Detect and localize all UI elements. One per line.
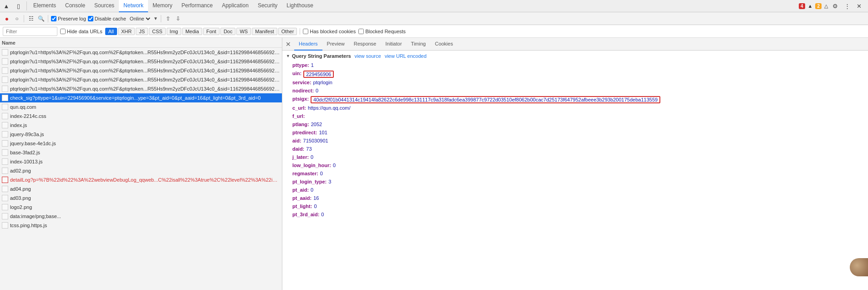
blocked-requests-checkbox[interactable] [358, 29, 364, 34]
filter-ws-button[interactable]: WS [236, 28, 251, 35]
tab-network[interactable]: Network [119, 0, 148, 12]
search-icon[interactable]: 🔍 [37, 15, 45, 23]
tab-console[interactable]: Console [61, 0, 90, 12]
filter-doc-button[interactable]: Doc [220, 28, 236, 35]
filter-other-button[interactable]: Other [278, 28, 297, 35]
network-list-panel: Name ptqrlogin?u1=https%3A%2F%2Fqun.qq.c… [0, 38, 282, 290]
filter-icon[interactable]: ☷ [27, 15, 35, 23]
hide-data-urls-checkbox[interactable] [60, 29, 66, 34]
tab-performance[interactable]: Performance [177, 0, 217, 12]
filter-js-button[interactable]: JS [136, 28, 148, 35]
right-content[interactable]: ▼ Query String Parameters view source vi… [282, 51, 868, 290]
settings-icon[interactable]: ⚙ [831, 1, 840, 10]
list-item[interactable]: jquery-89c3a.js [0, 130, 282, 139]
list-item-text: index-2214c.css [10, 113, 280, 119]
list-item[interactable]: ptqrlogin?u1=https%3A%2F%2Fqun.qq.com%2F… [0, 84, 282, 93]
list-item-text: tcss.ping.https.js [10, 223, 280, 228]
throttle-select[interactable]: Online [128, 15, 152, 22]
list-item[interactable]: logo2.png [0, 203, 282, 212]
close-devtools-icon[interactable]: ✕ [854, 1, 863, 10]
import-icon[interactable]: ⇧ [164, 15, 172, 23]
filter-css-button[interactable]: CSS [149, 28, 166, 35]
has-blocked-cookies-label[interactable]: Has blocked cookies [303, 29, 356, 34]
param-row: low_login_hour:0 [286, 162, 864, 170]
list-item[interactable]: ptqrlogin?u1=https%3A%2F%2Fqun.qq.com%2F… [0, 57, 282, 66]
preserve-log-checkbox[interactable] [51, 16, 56, 21]
list-item-text: ptqrlogin?u1=https%3A%2F%2Fqun.qq.com%2F… [10, 77, 280, 82]
tab-application[interactable]: Application [217, 0, 253, 12]
favicon-icon [2, 149, 8, 156]
param-key: service: [292, 80, 311, 85]
disable-cache-label[interactable]: Disable cache [88, 16, 126, 21]
list-item[interactable]: data:image/png;base... [0, 212, 282, 221]
filter-font-button[interactable]: Font [203, 28, 220, 35]
list-item[interactable]: check_sig?pttype=1&uin=229456906&service… [0, 93, 282, 102]
filter-input[interactable] [3, 27, 57, 36]
list-item[interactable]: jquery.base-4e1dc.js [0, 139, 282, 148]
hide-data-urls-label[interactable]: Hide data URLs [60, 29, 102, 34]
param-key: ptsigx: [292, 96, 309, 102]
warning-badge: 2 [815, 3, 822, 9]
disable-cache-checkbox[interactable] [88, 16, 93, 21]
tab-lighthouse[interactable]: Lighthouse [282, 0, 318, 12]
record-button[interactable]: ● [3, 15, 11, 23]
right-tab-headers[interactable]: Headers [294, 38, 322, 51]
param-key: f_url: [292, 113, 305, 119]
list-item[interactable]: index.js [0, 121, 282, 130]
tab-elements[interactable]: Elements [29, 0, 61, 12]
favicon-icon [2, 131, 8, 137]
right-tab-timing[interactable]: Timing [406, 38, 430, 51]
error-badge: 4 [799, 3, 805, 9]
list-item[interactable]: tcss.ping.https.js [0, 221, 282, 230]
list-item[interactable]: index-2214c.css [0, 112, 282, 121]
blocked-requests-label[interactable]: Blocked Requests [358, 29, 406, 34]
export-icon[interactable]: ⇩ [174, 15, 182, 23]
list-item[interactable]: ptqrlogin?u1=https%3A%2F%2Fqun.qq.com%2F… [0, 75, 282, 84]
param-value: 0 [320, 171, 323, 176]
collapse-triangle-icon[interactable]: ▼ [286, 54, 290, 58]
preserve-log-label[interactable]: Preserve log [51, 16, 86, 21]
param-row: pt_3rd_aid:0 [286, 211, 864, 219]
network-toolbar: ● ○ ☷ 🔍 Preserve log Disable cache Onlin… [0, 12, 868, 25]
tab-sources[interactable]: Sources [90, 0, 119, 12]
filter-media-button[interactable]: Media [182, 28, 202, 35]
right-tab-initiator[interactable]: Initiator [381, 38, 406, 51]
more-icon[interactable]: ⋮ [842, 1, 852, 10]
filter-img-button[interactable]: Img [167, 28, 181, 35]
view-url-encoded-link[interactable]: view URL encoded [385, 53, 427, 59]
right-tab-response[interactable]: Response [349, 38, 381, 51]
device-icon[interactable]: ▯ [14, 1, 23, 10]
list-item[interactable]: index-10013.js [0, 157, 282, 166]
filter-xhr-button[interactable]: XHR [118, 28, 135, 35]
param-row: pt_login_type:3 [286, 178, 864, 186]
list-item[interactable]: ptqrlogin?u1=https%3A%2F%2Fqun.qq.com%2F… [0, 66, 282, 75]
param-value: 16 [313, 195, 319, 201]
favicon-icon [2, 186, 8, 192]
clear-button[interactable]: ○ [13, 15, 21, 23]
view-source-link[interactable]: view source [355, 53, 381, 59]
inspect-icon[interactable]: ▲ [2, 1, 11, 10]
filter-manifest-button[interactable]: Manifest [252, 28, 277, 35]
param-key: ptredirect: [292, 130, 317, 135]
tab-security[interactable]: Security [253, 0, 282, 12]
list-item[interactable]: ad02.png [0, 166, 282, 175]
list-item-text: qun.qq.com [10, 104, 280, 110]
list-item[interactable]: ad04.png [0, 184, 282, 193]
list-item[interactable]: detailLog?p=%7B%22id%22%3A%22webviewDebu… [0, 175, 282, 184]
filter-all-button[interactable]: All [105, 28, 117, 35]
list-item[interactable]: ptqrlogin?u1=https%3A%2F%2Fqun.qq.com%2F… [0, 48, 282, 57]
tab-memory[interactable]: Memory [148, 0, 177, 12]
param-key: pt_aid: [292, 187, 309, 193]
list-item[interactable]: qun.qq.com [0, 102, 282, 112]
main-content: Name ptqrlogin?u1=https%3A%2F%2Fqun.qq.c… [0, 38, 868, 290]
close-panel-icon[interactable]: ✕ [284, 40, 292, 48]
right-tab-cookies[interactable]: Cookies [430, 38, 458, 51]
has-blocked-cookies-checkbox[interactable] [303, 29, 308, 34]
list-item-text: ptqrlogin?u1=https%3A%2F%2Fqun.qq.com%2F… [10, 50, 280, 55]
network-list-scroll[interactable]: ptqrlogin?u1=https%3A%2F%2Fqun.qq.com%2F… [0, 48, 282, 290]
list-item[interactable]: base-3fad2.js [0, 148, 282, 157]
right-tab-preview[interactable]: Preview [322, 38, 349, 51]
favicon-icon [2, 113, 8, 119]
list-item[interactable]: ad03.png [0, 193, 282, 203]
throttle-arrow[interactable]: ▼ [153, 16, 158, 21]
